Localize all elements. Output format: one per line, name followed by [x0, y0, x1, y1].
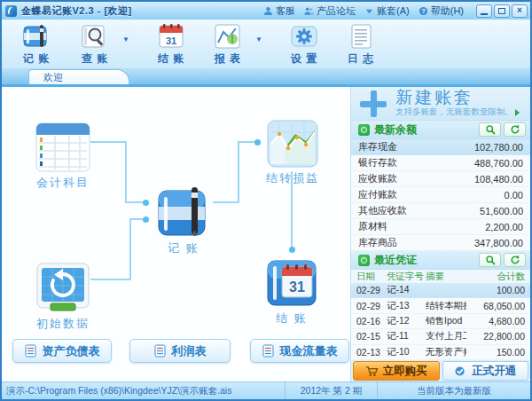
titlebar-link-label: 客服	[276, 4, 295, 18]
voucher-total: 22,800.00	[466, 331, 525, 342]
maximize-button[interactable]	[494, 4, 510, 18]
side-panel: 新建账套 支持多账套，无账套数量限制。 最新余额 库存现金102,780.00 …	[351, 87, 530, 381]
new-account-button[interactable]: 新建账套 支持多账套，无账套数量限制。	[351, 87, 530, 121]
toolbar-button-log[interactable]: 日 志	[335, 22, 387, 67]
connector-line	[213, 201, 239, 203]
bookkeeping-icon	[155, 186, 212, 238]
gear-icon	[289, 22, 319, 51]
voucher-row[interactable]: 02-29记-14100.00	[351, 283, 530, 298]
node-accounting-subjects[interactable]: 会计科目	[35, 122, 90, 191]
connector-dot	[143, 216, 149, 223]
voucher-table: 02-29记-14100.00 02-29记-13结转本期损益68,050.00…	[351, 283, 530, 360]
toolbar-button-label: 日 志	[348, 51, 374, 67]
initial-data-monitor-icon	[35, 262, 90, 313]
vouchers-search-button[interactable]	[479, 253, 501, 267]
account-balance: 0.00	[505, 190, 523, 200]
balance-row[interactable]: 银行存款488,760.00	[351, 155, 530, 171]
account-name: 银行存款	[358, 156, 474, 169]
col-date: 日期	[356, 271, 387, 283]
status-period: 2012年 第 2 期	[286, 382, 378, 399]
voucher-row[interactable]: 02-15记-11支付上月工资22,800.00	[351, 329, 530, 344]
voucher-no: 记-13	[387, 300, 426, 312]
report-button-label: 资产负债表	[43, 343, 100, 359]
toolbar-button-audit[interactable]: 查 账	[69, 22, 121, 67]
buy-now-button[interactable]: 立即购买	[353, 361, 440, 381]
node-initial-data[interactable]: 初始数据	[35, 262, 90, 332]
balance-row[interactable]: 应收账款108,480.00	[351, 171, 530, 187]
voucher-total: 4,680.00	[466, 316, 525, 326]
toolbar-button-label: 报 表	[215, 51, 241, 67]
balance-row[interactable]: 库存现金102,780.00	[351, 139, 530, 155]
report-doc-icon	[154, 344, 166, 358]
node-bookkeeping[interactable]: 记 账	[155, 186, 212, 256]
app-logo-icon	[5, 5, 17, 17]
titlebar-link-forum[interactable]: 产品论坛	[304, 4, 356, 18]
titlebar-link-support[interactable]: 客服	[263, 4, 295, 18]
voucher-table-header: 日期 凭证字号 摘要 合计数	[351, 270, 530, 283]
titlebar: 金蝶易记账V2.3 - [欢迎] 客服 产品论坛 账套(A) ? 帮助(H) ×	[2, 2, 530, 20]
cart-icon	[365, 366, 379, 377]
account-name: 原材料	[358, 220, 485, 233]
vouchers-refresh-button[interactable]	[504, 253, 526, 267]
search-icon	[485, 255, 496, 265]
balance-row[interactable]: 库存商品347,800.00	[351, 235, 530, 251]
tab-welcome[interactable]: 欢迎	[28, 69, 129, 84]
toolbar-button-settings[interactable]: 设 置	[278, 22, 330, 67]
balance-sheet-button[interactable]: 资产负债表	[12, 339, 112, 363]
status-bar: 演示-C:\Program Files (x86)\Kingdee\YJZ\演示…	[2, 381, 530, 399]
window-controls: ×	[476, 4, 528, 18]
reports-dropdown-arrow[interactable]: ▼	[254, 25, 264, 53]
activate-button[interactable]: 正式开通	[442, 361, 529, 381]
col-total: 合计数	[466, 271, 525, 283]
refresh-icon	[510, 255, 520, 265]
profit-loss-chart-icon	[267, 120, 318, 168]
voucher-date: 02-29	[356, 285, 387, 295]
toolbar-button-closing[interactable]: 31 结 账	[145, 22, 197, 67]
node-label: 结转损益	[266, 170, 319, 186]
tab-welcome-label: 欢迎	[43, 71, 63, 84]
voucher-row[interactable]: 02-13记-10无形资产摊销150.00	[351, 345, 530, 360]
voucher-date: 02-13	[356, 347, 387, 358]
voucher-summary: 销售Ipod	[426, 315, 466, 327]
clock-icon	[358, 124, 370, 136]
balance-search-button[interactable]	[479, 122, 501, 137]
node-closing[interactable]: 31 结 账	[266, 258, 317, 326]
voucher-row[interactable]: 02-29记-13结转本期损益68,050.00	[351, 298, 530, 313]
node-profit-loss[interactable]: 结转损益	[266, 120, 319, 186]
account-balance: 347,800.00	[474, 238, 523, 248]
voucher-row[interactable]: 02-16记-12销售Ipod4,680.00	[351, 314, 530, 329]
balance-row[interactable]: 原材料2,200.00	[351, 219, 530, 235]
income-statement-button[interactable]: 利润表	[129, 339, 231, 363]
close-button[interactable]: ×	[512, 4, 528, 18]
vouchers-section-title: 最近凭证	[374, 253, 476, 268]
minimize-button[interactable]	[476, 4, 492, 18]
connector-dot	[143, 200, 149, 206]
toolbar-button-reports[interactable]: 报 表	[202, 22, 254, 67]
titlebar-menu-help[interactable]: ? 帮助(H)	[419, 4, 464, 18]
toolbar-button-label: 设 置	[291, 51, 317, 67]
col-voucher-no: 凭证字号	[387, 271, 426, 283]
cash-flow-button[interactable]: 现金流量表	[250, 339, 349, 363]
balance-section-header: 最新余额	[351, 121, 530, 139]
main-toolbar: 记 账 查 账 ▼ 31 结 账	[2, 20, 530, 69]
window-title: 金蝶易记账V2.3 - [欢迎]	[21, 4, 132, 18]
titlebar-link-label: 产品论坛	[317, 4, 356, 18]
toolbar-button-label: 结 账	[158, 51, 184, 67]
node-label: 会计科目	[36, 175, 90, 191]
titlebar-menu-accounts[interactable]: 账套(A)	[364, 4, 410, 18]
toolbar-button-bookkeeping[interactable]: 记 账	[11, 22, 62, 67]
close-icon: ×	[517, 6, 522, 15]
purchase-bar: 立即购买 正式开通	[351, 360, 530, 381]
voucher-date: 02-16	[356, 316, 387, 326]
audit-dropdown-arrow[interactable]: ▼	[121, 25, 131, 53]
balance-table: 库存现金102,780.00 银行存款488,760.00 应收账款108,48…	[351, 139, 530, 251]
voucher-summary: 无形资产摊销	[426, 346, 466, 358]
node-label: 记 账	[168, 240, 200, 256]
balance-row[interactable]: 应付账款0.00	[351, 187, 530, 203]
log-document-icon	[346, 22, 376, 51]
account-balance: 108,480.00	[474, 174, 523, 185]
account-name: 其他应收款	[358, 204, 480, 217]
question-icon: ?	[419, 6, 428, 16]
balance-row[interactable]: 其他应收款51,600.00	[351, 203, 530, 219]
balance-refresh-button[interactable]	[504, 122, 526, 137]
